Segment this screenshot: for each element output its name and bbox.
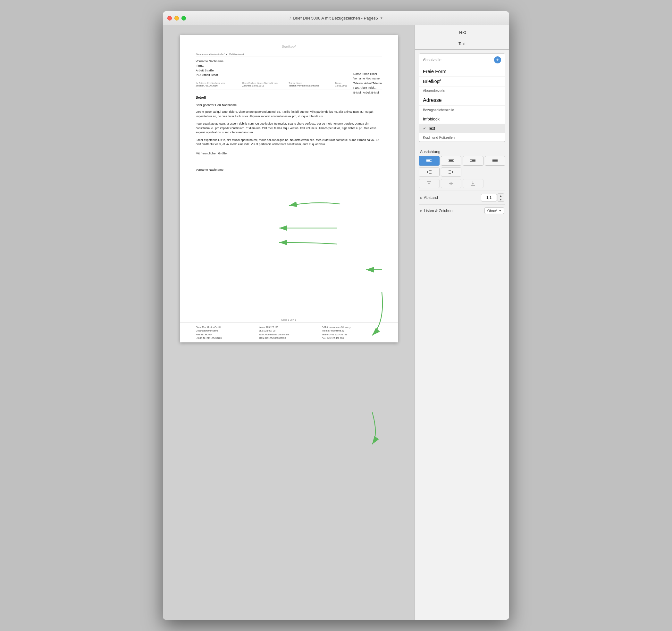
style-label: Kopf- und Fußzeilen: [423, 135, 455, 139]
style-item-absenderzeile[interactable]: Absenderzeile: [419, 86, 505, 95]
listen-label: Listen & Zeichen: [424, 208, 484, 213]
email-value: Arbeit E-Mail: [363, 91, 380, 94]
absatzstile-header: Absatzstile +: [419, 54, 505, 66]
align-left-button[interactable]: [419, 156, 439, 166]
valign-bottom-icon: [471, 181, 475, 186]
svg-marker-26: [428, 182, 430, 184]
style-item-kopffusszeilen[interactable]: Kopf- und Fußzeilen: [419, 133, 505, 142]
sidebar-title: Text: [458, 30, 466, 34]
style-item-infoblock[interactable]: Infoblock: [419, 115, 505, 124]
abstand-increment-button[interactable]: ▲: [498, 194, 504, 198]
absatzstile-section: Absatzstile + Freie Form Briefkopf Absen…: [419, 53, 505, 142]
title-icon: 7: [289, 16, 291, 21]
right-fax: Fax: Arbeit Telef...: [353, 85, 382, 90]
title-chevron-icon: ▼: [380, 16, 383, 20]
traffic-lights: [167, 16, 186, 21]
style-label: Text: [428, 126, 435, 131]
fullscreen-button[interactable]: [182, 16, 186, 21]
ausrichtung-header: Ausrichtung: [419, 146, 505, 156]
window-title: 7 Brief DIN 5008 A mit Bezugszeichen - P…: [289, 16, 383, 21]
valign-top-icon: [427, 181, 431, 186]
valign-top-button[interactable]: [419, 179, 439, 188]
listen-chevron-icon: ▾: [499, 208, 501, 213]
footer-col1-line3: HRB-Nr. 987654: [196, 333, 256, 336]
ref-col1-label: Ihr Zeichen, Ihre Nachricht vom: [196, 82, 242, 84]
body-paragraph-2: Fugit suavitate ad eam, ut essent debiti…: [196, 122, 382, 135]
email-label: E-Mail:: [353, 91, 362, 94]
footer-col1-line2: Geschäftsführer Name: [196, 329, 256, 332]
alignment-buttons: [419, 156, 505, 166]
ref-col3-value: Telefon Vorname Nachname: [289, 84, 335, 87]
listen-value: Ohne*: [487, 209, 497, 213]
minimize-button[interactable]: [174, 16, 179, 21]
footer-col2-line2: BLZ: 123 007 08: [259, 329, 319, 332]
body-paragraph-3: Facer expetenda ius te, sint mundi aperi…: [196, 138, 382, 147]
indent-increase-button[interactable]: [441, 168, 462, 176]
indent-decrease-button[interactable]: [419, 168, 439, 176]
align-center-icon: [449, 158, 454, 163]
indent-increase-icon: [449, 170, 454, 174]
placeholder-btn-2: [485, 168, 506, 176]
ref-col2: Unser Zeichen, Unsere Nachricht vom Zeic…: [242, 82, 289, 87]
abstand-expand-icon[interactable]: ▶: [420, 196, 423, 200]
document-area: Briefkopf Firmenname • Musterstraße 1 • …: [163, 25, 414, 620]
footer-col2: Konto: 123 123 123 BLZ: 123 007 08 Bank:…: [259, 325, 319, 340]
sidebar: Text Text Absatzstile + Freie Form: [414, 25, 509, 620]
sidebar-tabs: Text: [415, 39, 509, 50]
address-company: Firma: [196, 64, 382, 68]
letter-wrapper: Briefkopf Firmenname • Musterstraße 1 • …: [180, 35, 398, 610]
page-number: Seite 1 von 1: [180, 319, 398, 321]
style-item-freie-form[interactable]: Freie Form: [419, 66, 505, 77]
placeholder-btn-3: [485, 179, 506, 188]
ausrichtung-section: Ausrichtung: [419, 146, 505, 188]
footer-col3-line1: E-Mail: mustermax@firma.xy: [322, 325, 382, 329]
briefkopf-label: Briefkopf: [196, 45, 382, 48]
absatzstile-title: Absatzstile: [423, 58, 441, 62]
right-tel: Telefon: Arbeit Telefon: [353, 81, 382, 85]
align-center-button[interactable]: [441, 156, 462, 166]
style-item-briefkopf[interactable]: Briefkopf: [419, 77, 505, 86]
valign-bottom-button[interactable]: [463, 179, 483, 188]
page-footer: Seite 1 von 1 Firma Max Muster GmbH Gesc…: [180, 319, 398, 343]
add-style-button[interactable]: +: [494, 56, 501, 64]
svg-marker-30: [450, 184, 452, 185]
align-left-icon: [426, 158, 432, 163]
placeholder-btn-1: [463, 168, 483, 176]
align-justify-button[interactable]: [485, 156, 506, 166]
tab-text[interactable]: Text: [415, 39, 509, 49]
align-justify-icon: [493, 158, 498, 163]
closing: Mit freundlichen Grüßen: [196, 152, 382, 155]
align-right-icon: [470, 158, 476, 163]
svg-marker-17: [426, 171, 428, 173]
listen-dropdown[interactable]: Ohne* ▾: [484, 207, 504, 214]
style-item-adresse[interactable]: Adresse: [419, 95, 505, 106]
right-block: Name Firma GmbH Vorname Nachname Telefon…: [353, 72, 382, 95]
listen-section: ▶ Listen & Zeichen Ohne* ▾: [419, 204, 505, 217]
footer-col3-line3: Telefon: +49 123 456 789: [322, 333, 382, 336]
footer-col2-line1: Konto: 123 123 123: [259, 325, 319, 329]
title-text: Brief DIN 5008 A mit Bezugszeichen - Pag…: [293, 16, 378, 21]
sender-line: Firmenname • Musterstraße 1 • 12345 Must…: [196, 53, 382, 56]
tel-label: Telefon:: [353, 82, 364, 85]
main-window: 7 Brief DIN 5008 A mit Bezugszeichen - P…: [163, 11, 509, 620]
right-person: Vorname Nachname: [353, 76, 382, 81]
listen-expand-icon[interactable]: ▶: [420, 209, 423, 212]
abstand-stepper: ▲ ▼: [498, 194, 504, 202]
footer-col3: E-Mail: mustermax@firma.xy Internet: www…: [322, 325, 382, 340]
valign-middle-button[interactable]: [441, 179, 462, 188]
sidebar-header: Text: [415, 25, 509, 39]
svg-marker-21: [452, 171, 454, 173]
abstand-input[interactable]: [481, 194, 497, 201]
fax-label: Fax:: [353, 86, 359, 90]
document-page[interactable]: Briefkopf Firmenname • Musterstraße 1 • …: [180, 35, 398, 343]
footer-col2-line4: IBAN: DE12345000067890: [259, 336, 319, 340]
style-item-bezugszeile[interactable]: Bezugszeichenzeile: [419, 106, 505, 115]
align-right-button[interactable]: [463, 156, 483, 166]
sidebar-content[interactable]: Absatzstile + Freie Form Briefkopf Absen…: [415, 50, 509, 620]
style-item-text[interactable]: ✓ Text: [419, 124, 505, 133]
close-button[interactable]: [167, 16, 172, 21]
fax-value: Arbeit Telef...: [360, 86, 377, 90]
abstand-decrement-button[interactable]: ▼: [498, 198, 504, 201]
ref-col2-label: Unser Zeichen, Unsere Nachricht vom: [242, 82, 289, 84]
style-label: Freie Form: [423, 69, 446, 74]
